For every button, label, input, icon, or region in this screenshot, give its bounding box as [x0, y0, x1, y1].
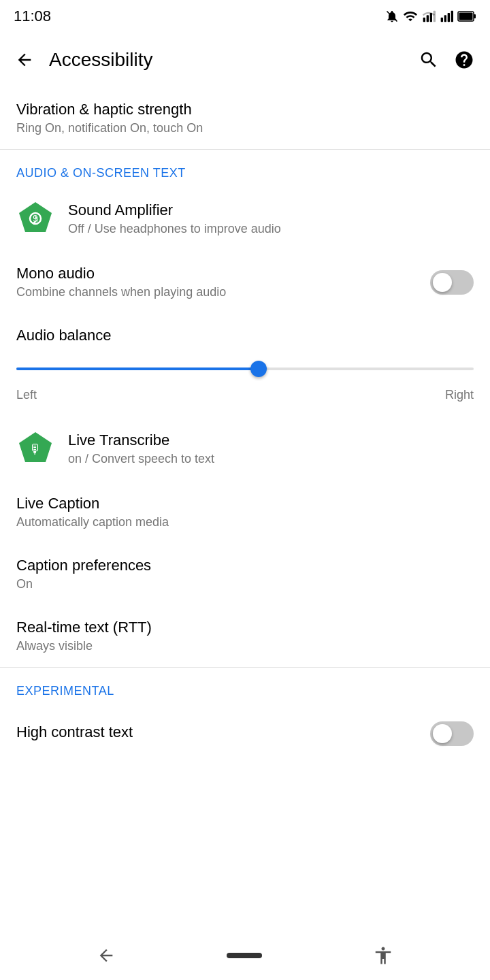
- mono-audio-text: Mono audio Combine channels when playing…: [16, 265, 419, 299]
- live-caption-subtitle: Automatically caption media: [16, 515, 474, 529]
- caption-preferences-item[interactable]: Caption preferences On: [0, 543, 490, 605]
- live-caption-item[interactable]: Live Caption Automatically caption media: [0, 481, 490, 543]
- mono-audio-toggle[interactable]: [430, 270, 474, 295]
- signal-icon: [422, 10, 436, 23]
- content-area: Vibration & haptic strength Ring On, not…: [0, 87, 490, 931]
- sound-amplifier-item[interactable]: ♪ 9 Sound Amplifier Off / Use headphones…: [0, 186, 490, 251]
- notification-muted-icon: [385, 10, 399, 23]
- wifi-icon: [403, 9, 418, 24]
- sound-amplifier-icon-container: ♪ 9: [16, 199, 54, 238]
- mono-audio-switch[interactable]: [430, 270, 474, 295]
- live-transcribe-text: Live Transcribe on / Convert speech to t…: [68, 431, 474, 466]
- svg-rect-3: [430, 13, 432, 22]
- help-button[interactable]: [449, 45, 479, 75]
- svg-rect-1: [423, 18, 425, 22]
- nav-home-bar: [227, 953, 262, 958]
- nav-accessibility-icon: [373, 945, 393, 966]
- slider-right-label: Right: [445, 388, 474, 402]
- nav-back-button[interactable]: [88, 938, 124, 973]
- live-transcribe-pentagon-icon: 🎙: [18, 431, 53, 466]
- live-transcribe-title: Live Transcribe: [68, 431, 474, 449]
- live-transcribe-item[interactable]: 🎙 Live Transcribe on / Convert speech to…: [0, 416, 490, 481]
- live-caption-text: Live Caption Automatically caption media: [16, 495, 474, 529]
- sound-amplifier-pentagon-icon: ♪ 9: [18, 201, 53, 236]
- audio-balance-title: Audio balance: [16, 327, 474, 344]
- back-arrow-icon: [15, 50, 34, 69]
- search-button[interactable]: [414, 45, 444, 75]
- caption-preferences-subtitle: On: [16, 577, 474, 591]
- live-caption-title: Live Caption: [16, 495, 474, 512]
- sound-amplifier-subtitle: Off / Use headphones to improve audio: [68, 222, 474, 236]
- app-bar: Accessibility: [0, 33, 490, 87]
- help-icon: [454, 50, 474, 70]
- high-contrast-text-text: High contrast text: [16, 723, 419, 744]
- back-button[interactable]: [11, 46, 38, 74]
- slider-left-label: Left: [16, 388, 37, 402]
- svg-text:🎙: 🎙: [29, 442, 42, 457]
- slider-labels: Left Right: [16, 388, 474, 402]
- audio-section-header: AUDIO & ON-SCREEN TEXT: [0, 150, 490, 186]
- svg-rect-8: [451, 11, 453, 22]
- bottom-nav: [0, 931, 490, 980]
- caption-preferences-title: Caption preferences: [16, 557, 474, 574]
- sound-amplifier-title: Sound Amplifier: [68, 201, 474, 219]
- high-contrast-toggle[interactable]: [430, 721, 474, 746]
- svg-rect-11: [459, 13, 473, 20]
- status-icons: [385, 9, 476, 24]
- vibration-haptic-subtitle: Ring On, notification On, touch On: [16, 121, 474, 135]
- search-icon: [419, 50, 439, 70]
- app-bar-actions: [414, 45, 479, 75]
- status-time: 11:08: [14, 7, 51, 25]
- svg-rect-6: [444, 15, 446, 22]
- real-time-text-subtitle: Always visible: [16, 639, 474, 653]
- mono-audio-title: Mono audio: [16, 265, 419, 282]
- slider-thumb[interactable]: [250, 361, 267, 377]
- slider-fill: [16, 368, 259, 370]
- live-transcribe-icon-container: 🎙: [16, 429, 54, 468]
- real-time-text-title: Real-time text (RTT): [16, 619, 474, 636]
- svg-rect-4: [434, 11, 436, 22]
- audio-balance-slider[interactable]: [16, 355, 474, 382]
- live-transcribe-subtitle: on / Convert speech to text: [68, 452, 474, 466]
- nav-home-button[interactable]: [218, 945, 270, 966]
- mono-audio-thumb: [433, 273, 452, 292]
- status-bar: 11:08: [0, 0, 490, 33]
- battery-icon: [457, 10, 476, 23]
- caption-preferences-text: Caption preferences On: [16, 557, 474, 591]
- high-contrast-text-title: High contrast text: [16, 723, 419, 741]
- high-contrast-text-item[interactable]: High contrast text: [0, 704, 490, 764]
- real-time-text-text: Real-time text (RTT) Always visible: [16, 619, 474, 653]
- svg-rect-5: [441, 18, 443, 22]
- experimental-section-header: EXPERIMENTAL: [0, 668, 490, 704]
- nav-back-icon: [97, 946, 116, 965]
- real-time-text-item[interactable]: Real-time text (RTT) Always visible: [0, 605, 490, 667]
- vibration-haptic-title: Vibration & haptic strength: [16, 101, 474, 118]
- page-title: Accessibility: [49, 49, 403, 71]
- svg-rect-2: [427, 15, 429, 22]
- nav-accessibility-button[interactable]: [365, 937, 402, 974]
- slider-track: [16, 368, 474, 370]
- svg-rect-10: [474, 14, 476, 18]
- vibration-haptic-text: Vibration & haptic strength Ring On, not…: [16, 101, 474, 135]
- high-contrast-thumb: [433, 724, 452, 743]
- signal2-icon: [440, 10, 453, 23]
- vibration-haptic-item[interactable]: Vibration & haptic strength Ring On, not…: [0, 87, 490, 149]
- audio-balance-item[interactable]: Audio balance Left Right: [0, 313, 490, 416]
- high-contrast-switch[interactable]: [430, 721, 474, 746]
- sound-amplifier-text: Sound Amplifier Off / Use headphones to …: [68, 201, 474, 236]
- mono-audio-subtitle: Combine channels when playing audio: [16, 285, 419, 299]
- svg-rect-7: [448, 13, 450, 22]
- svg-text:9: 9: [33, 213, 38, 224]
- mono-audio-item[interactable]: Mono audio Combine channels when playing…: [0, 251, 490, 313]
